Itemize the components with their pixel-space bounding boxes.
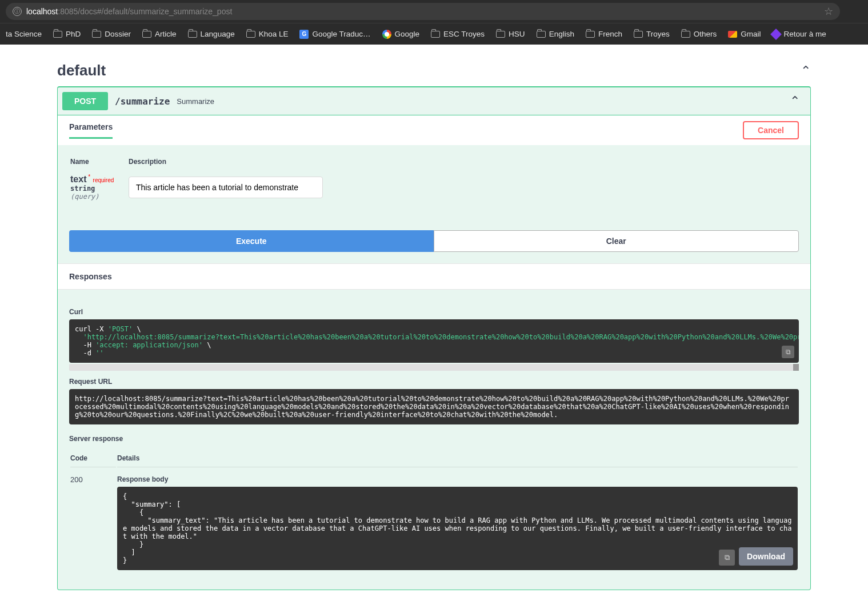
bookmark-label: HSU (509, 30, 525, 38)
bookmark-item[interactable]: Retour à me (772, 30, 826, 38)
bookmark-item[interactable]: PhD (53, 30, 81, 38)
bookmarks-bar: ta SciencePhDDossierArticleLanguageKhoa … (0, 23, 868, 45)
request-url-block[interactable]: http://localhost:8085/summarize?text=Thi… (69, 389, 799, 424)
folder-icon (188, 31, 197, 38)
bookmark-item[interactable]: Troyes (634, 30, 670, 38)
operation-summary[interactable]: POST /summarize Summarize ⌃ (58, 87, 810, 115)
bookmark-label: Troyes (646, 30, 670, 38)
folder-icon (431, 31, 440, 38)
folder-icon (92, 31, 101, 38)
bookmark-item[interactable]: HSU (496, 30, 525, 38)
parameters-title: Parameters (69, 122, 113, 139)
bookmark-label: Dossier (105, 30, 131, 38)
bookmark-label: Khoa LE (259, 30, 289, 38)
request-url-label: Request URL (69, 378, 799, 386)
bookmark-item[interactable]: Google (382, 30, 420, 39)
execute-button[interactable]: Execute (69, 230, 434, 252)
col-desc-header: Description (129, 158, 798, 173)
bookmark-item[interactable]: GGoogle Traduc… (299, 30, 370, 39)
folder-icon (537, 31, 546, 38)
url-bar[interactable]: ⓘ localhost:8085/docs#/default/summarize… (6, 3, 840, 20)
folder-icon (142, 31, 151, 38)
response-body-block[interactable]: { "summary": [ { "summary_text": "This a… (117, 487, 798, 570)
endpoint-summary: Summarize (177, 97, 214, 106)
col-name-header: Name (70, 158, 127, 173)
folder-icon (496, 31, 505, 38)
responses-header: Responses (58, 263, 810, 290)
bookmark-label: Retour à me (783, 30, 826, 38)
copy-icon[interactable]: ⧉ (719, 550, 735, 566)
google-icon (382, 30, 391, 39)
required-label: required (93, 177, 114, 183)
bookmark-label: ta Science (6, 30, 42, 38)
operation-block: POST /summarize Summarize ⌃ Parameters C… (57, 86, 811, 590)
bookmark-label: Others (694, 30, 717, 38)
endpoint-path: /summarize (115, 96, 170, 107)
bookmark-item[interactable]: French (586, 30, 622, 38)
param-in: (query) (70, 193, 127, 201)
curl-block[interactable]: curl -X 'POST' \ 'http://localhost:8085/… (69, 319, 799, 363)
bookmark-label: Google Traduc… (312, 30, 370, 38)
method-badge: POST (62, 92, 108, 110)
chevron-up-icon[interactable]: ⌃ (801, 63, 811, 78)
response-body-label: Response body (117, 475, 798, 483)
bookmark-label: French (598, 30, 622, 38)
folder-icon (681, 31, 690, 38)
cancel-button[interactable]: Cancel (743, 121, 799, 139)
bookmark-label: Article (155, 30, 177, 38)
chevron-up-icon[interactable]: ⌃ (790, 94, 800, 109)
bookmark-label: PhD (66, 30, 81, 38)
browser-address-bar: ⓘ localhost:8085/docs#/default/summarize… (0, 0, 868, 23)
bookmark-item[interactable]: ESC Troyes (431, 30, 485, 38)
required-star: * (86, 174, 90, 180)
bookmark-star-icon[interactable]: ☆ (824, 5, 833, 18)
response-row: 200 Response body { "summary": [ { "summ… (70, 468, 798, 577)
folder-icon (53, 31, 62, 38)
param-input[interactable] (129, 177, 323, 198)
download-button[interactable]: Download (739, 547, 793, 566)
gmail-icon (728, 31, 737, 38)
curl-label: Curl (69, 308, 799, 316)
translate-icon: G (299, 30, 309, 39)
bookmark-item[interactable]: Gmail (728, 30, 761, 38)
site-info-icon[interactable]: ⓘ (13, 7, 22, 16)
details-header: Details (117, 450, 798, 467)
bookmark-label: Gmail (741, 30, 761, 38)
folder-icon (246, 31, 255, 38)
bookmark-item[interactable]: Khoa LE (246, 30, 289, 38)
bookmark-label: ESC Troyes (443, 30, 485, 38)
bookmark-label: Language (201, 30, 235, 38)
folder-icon (634, 31, 643, 38)
tag-header[interactable]: default ⌃ (57, 62, 811, 79)
return-icon (771, 29, 782, 40)
parameters-header: Parameters Cancel (58, 115, 810, 145)
bookmark-item[interactable]: Dossier (92, 30, 131, 38)
clear-button[interactable]: Clear (434, 230, 799, 252)
horizontal-scrollbar[interactable] (69, 364, 799, 371)
bookmark-item[interactable]: Language (188, 30, 235, 38)
copy-icon[interactable]: ⧉ (782, 346, 794, 358)
folder-icon (586, 31, 595, 38)
bookmark-item[interactable]: Article (142, 30, 177, 38)
bookmark-label: English (549, 30, 574, 38)
param-row: text * required string (query) (70, 174, 798, 201)
url-text: localhost:8085/docs#/default/summarize_s… (26, 7, 232, 16)
bookmark-item[interactable]: English (537, 30, 574, 38)
param-name: text (70, 174, 86, 184)
bookmark-item[interactable]: Others (681, 30, 717, 38)
code-header: Code (70, 450, 116, 467)
bookmark-item[interactable]: ta Science (6, 30, 42, 38)
param-type: string (70, 185, 127, 193)
bookmark-label: Google (395, 30, 420, 38)
response-code: 200 (70, 468, 116, 577)
tag-name: default (57, 62, 106, 79)
server-response-label: Server response (69, 435, 799, 443)
